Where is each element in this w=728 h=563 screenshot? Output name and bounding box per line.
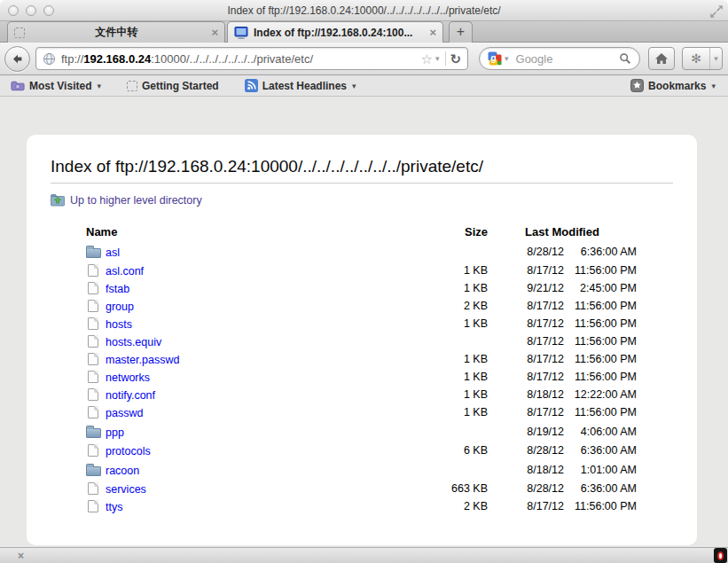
file-type-icon	[86, 264, 104, 277]
file-time: 11:56:00 PM	[564, 317, 637, 330]
home-button[interactable]	[648, 47, 675, 70]
browser-window: Index of ftp://192.168.0.24:10000/../../…	[0, 0, 728, 563]
url-bar[interactable]: ftp://192.168.0.24:10000/../../../../../…	[35, 47, 468, 70]
file-time: 2:45:00 PM	[564, 282, 637, 294]
file-size: 1 KB	[408, 406, 488, 418]
bookmarks-star-icon	[630, 79, 644, 92]
file-date: 9/21/12	[488, 282, 564, 294]
file-listing: Name Size Last Modified asl 8/28/12 6:36…	[86, 222, 637, 515]
navigation-toolbar: ftp://192.168.0.24:10000/../../../../../…	[0, 43, 728, 75]
tab-label: Index of ftp://192.168.0.24:100...	[248, 27, 426, 39]
search-engine-dropdown-icon[interactable]: ▾	[505, 54, 509, 63]
recording-indicator	[714, 548, 727, 563]
bookmark-star-icon[interactable]: ☆	[420, 52, 432, 66]
home-icon	[654, 52, 669, 65]
window-titlebar: Index of ftp://192.168.0.24:10000/../../…	[0, 0, 728, 21]
file-type-icon	[86, 482, 104, 495]
search-magnifier-icon[interactable]	[619, 52, 631, 65]
close-icon[interactable]: ×	[18, 551, 24, 561]
url-host: 192.168.0.24	[83, 52, 151, 66]
file-type-icon	[86, 426, 104, 438]
search-bar[interactable]: g ▾ Google	[479, 47, 640, 70]
file-link[interactable]: networks	[106, 371, 150, 384]
file-link[interactable]: asl.conf	[106, 265, 144, 278]
placeholder-favicon-icon	[14, 27, 25, 38]
file-size: 1 KB	[408, 371, 488, 383]
column-header-name: Name	[86, 225, 408, 238]
column-header-size: Size	[408, 225, 488, 238]
minimize-window-button[interactable]	[26, 5, 36, 16]
file-size: 1 KB	[408, 317, 488, 330]
zoom-window-button[interactable]	[43, 5, 54, 16]
ftp-monitor-favicon-icon	[234, 26, 248, 40]
table-row: master.passwd 1 KB 8/17/12 11:56:00 PM	[86, 350, 637, 368]
bookmarks-menu-button[interactable]: Bookmarks ▾	[630, 79, 716, 92]
table-row: group 2 KB 8/17/12 11:56:00 PM	[86, 297, 637, 315]
table-row: services 663 KB 8/28/12 6:36:00 AM	[86, 480, 637, 497]
file-time: 12:22:00 AM	[564, 388, 637, 401]
bookmark-most-visited[interactable]: Most Visited ▾	[11, 80, 101, 92]
file-link[interactable]: ttys	[106, 501, 122, 513]
file-link[interactable]: group	[106, 301, 134, 313]
up-folder-icon	[51, 193, 65, 207]
url-scheme: ftp://	[61, 52, 83, 66]
bookmark-label: Getting Started	[142, 80, 219, 92]
file-type-icon	[86, 406, 104, 418]
file-link[interactable]: notify.conf	[106, 389, 155, 402]
file-time: 11:56:00 PM	[564, 406, 637, 418]
table-row: hosts 1 KB 8/17/12 11:56:00 PM	[86, 315, 637, 332]
table-row: hosts.equiv 8/17/12 11:56:00 PM	[86, 332, 637, 350]
file-type-icon	[86, 371, 104, 383]
file-time: 4:06:00 AM	[564, 426, 637, 438]
file-date: 8/17/12	[488, 406, 564, 418]
tab-file-transfer[interactable]: 文件中转 ×	[7, 21, 225, 43]
file-time: 11:56:00 PM	[564, 500, 637, 512]
tab-bar: 文件中转 × Index of ftp://192.168.0.24:100..…	[0, 21, 728, 43]
file-link[interactable]: services	[106, 483, 146, 496]
record-dot-icon	[717, 551, 724, 560]
file-link[interactable]: hosts	[106, 318, 132, 331]
close-window-button[interactable]	[8, 5, 19, 16]
url-dropdown-icon[interactable]: ▾	[435, 54, 440, 63]
file-link[interactable]: master.passwd	[106, 354, 179, 366]
reload-icon[interactable]: ↻	[450, 52, 461, 66]
bookmark-getting-started[interactable]: Getting Started	[127, 80, 219, 92]
url-divider	[445, 51, 446, 66]
chevron-down-icon: ▾	[97, 82, 101, 90]
file-type-icon	[86, 300, 104, 312]
addon-bar: ×	[0, 547, 728, 563]
file-date: 8/17/12	[488, 353, 564, 365]
file-link[interactable]: ppp	[106, 426, 124, 439]
file-date: 8/17/12	[488, 300, 564, 312]
heading-divider	[51, 183, 673, 184]
file-date: 8/28/12	[488, 444, 564, 457]
bookmark-label: Bookmarks	[648, 80, 706, 92]
file-date: 8/28/12	[488, 482, 564, 495]
extension-button[interactable]: ✻ ▾	[682, 47, 723, 70]
file-link[interactable]: hosts.equiv	[106, 336, 161, 348]
file-link[interactable]: racoon	[106, 465, 139, 477]
extension-dropdown-icon[interactable]: ▾	[709, 48, 722, 69]
file-date: 8/17/12	[488, 264, 564, 277]
tab-close-icon[interactable]: ×	[429, 27, 436, 38]
file-link[interactable]: asl	[106, 246, 120, 259]
new-tab-button[interactable]: +	[449, 21, 473, 43]
file-link[interactable]: protocols	[106, 445, 151, 457]
search-input[interactable]: Google	[516, 52, 619, 66]
live-feed-icon	[245, 79, 258, 92]
page-title: Index of ftp://192.168.0.24:10000/../../…	[51, 157, 673, 176]
file-link[interactable]: passwd	[106, 407, 143, 419]
back-button[interactable]	[4, 46, 30, 72]
file-time: 1:01:00 AM	[564, 464, 637, 476]
file-link[interactable]: fstab	[106, 283, 129, 295]
smart-folder-icon	[11, 80, 25, 91]
file-date: 8/17/12	[488, 371, 564, 383]
bookmark-latest-headlines[interactable]: Latest Headlines ▾	[245, 79, 356, 92]
fullscreen-icon[interactable]	[709, 4, 724, 19]
file-time: 6:36:00 AM	[564, 444, 637, 457]
tab-close-icon[interactable]: ×	[211, 27, 218, 38]
file-size: 663 KB	[408, 482, 488, 495]
tab-ftp-index[interactable]: Index of ftp://192.168.0.24:100... ×	[227, 21, 443, 43]
extension-flower-icon[interactable]: ✻	[683, 51, 709, 66]
up-directory-link[interactable]: Up to higher level directory	[70, 194, 202, 207]
